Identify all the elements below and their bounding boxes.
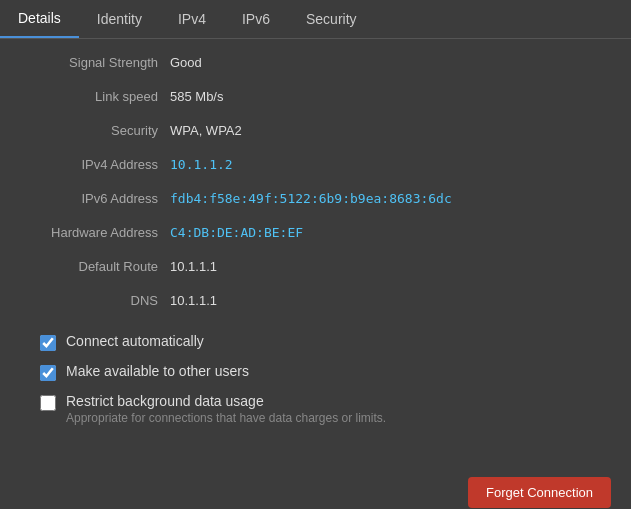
checkbox-row-auto-connect: Connect automatically	[20, 333, 611, 351]
field-label: Hardware Address	[20, 225, 170, 240]
checkbox-text-available-users: Make available to other users	[66, 363, 249, 379]
field-label: Link speed	[20, 89, 170, 104]
field-row: IPv6 Addressfdb4:f58e:49f:5122:6b9:b9ea:…	[20, 191, 611, 215]
field-value: C4:DB:DE:AD:BE:EF	[170, 225, 303, 240]
checkbox-row-restrict-bg: Restrict background data usageAppropriat…	[20, 393, 611, 425]
field-row: IPv4 Address10.1.1.2	[20, 157, 611, 181]
checkbox-restrict-bg[interactable]	[40, 395, 56, 411]
tab-ipv6[interactable]: IPv6	[224, 0, 288, 38]
checkbox-sublabel-restrict-bg: Appropriate for connections that have da…	[66, 411, 386, 425]
tab-details[interactable]: Details	[0, 0, 79, 38]
field-row: Link speed585 Mb/s	[20, 89, 611, 113]
field-row: Default Route10.1.1.1	[20, 259, 611, 283]
field-row: Hardware AddressC4:DB:DE:AD:BE:EF	[20, 225, 611, 249]
checkbox-label-restrict-bg: Restrict background data usage	[66, 393, 386, 409]
field-label: Security	[20, 123, 170, 138]
field-row: DNS10.1.1.1	[20, 293, 611, 317]
checkbox-text-auto-connect: Connect automatically	[66, 333, 204, 349]
tab-security[interactable]: Security	[288, 0, 375, 38]
content-area: Signal StrengthGoodLink speed585 Mb/sSec…	[0, 39, 631, 453]
field-label: Default Route	[20, 259, 170, 274]
checkbox-auto-connect[interactable]	[40, 335, 56, 351]
checkbox-row-available-users: Make available to other users	[20, 363, 611, 381]
forget-connection-button[interactable]: Forget Connection	[468, 477, 611, 508]
checkbox-available-users[interactable]	[40, 365, 56, 381]
field-row: Signal StrengthGood	[20, 55, 611, 79]
field-label: IPv6 Address	[20, 191, 170, 206]
field-value: 585 Mb/s	[170, 89, 223, 104]
field-value: 10.1.1.2	[170, 157, 233, 172]
tab-ipv4[interactable]: IPv4	[160, 0, 224, 38]
field-label: Signal Strength	[20, 55, 170, 70]
checkbox-label-available-users: Make available to other users	[66, 363, 249, 379]
field-value: WPA, WPA2	[170, 123, 242, 138]
field-value: Good	[170, 55, 202, 70]
checkbox-text-restrict-bg: Restrict background data usageAppropriat…	[66, 393, 386, 425]
tab-bar: DetailsIdentityIPv4IPv6Security	[0, 0, 631, 39]
checkbox-label-auto-connect: Connect automatically	[66, 333, 204, 349]
field-value: 10.1.1.1	[170, 293, 217, 308]
checkboxes-section: Connect automaticallyMake available to o…	[20, 333, 611, 425]
field-label: DNS	[20, 293, 170, 308]
button-row: Forget Connection	[0, 461, 631, 508]
field-label: IPv4 Address	[20, 157, 170, 172]
field-value: 10.1.1.1	[170, 259, 217, 274]
field-row: SecurityWPA, WPA2	[20, 123, 611, 147]
tab-identity[interactable]: Identity	[79, 0, 160, 38]
field-value: fdb4:f58e:49f:5122:6b9:b9ea:8683:6dc	[170, 191, 452, 206]
